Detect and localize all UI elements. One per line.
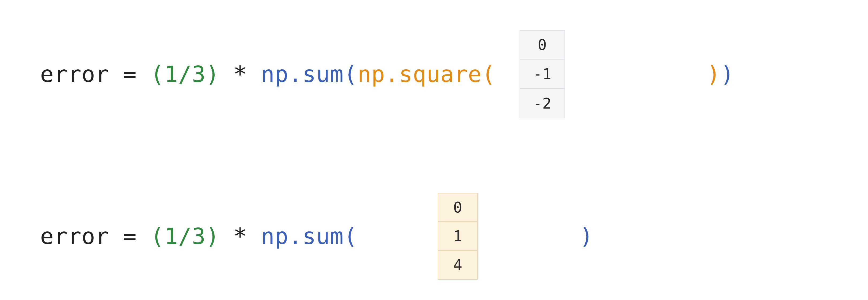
vector-cell: 0	[438, 193, 478, 222]
fraction-num: 1	[164, 61, 178, 87]
vector-cell: -1	[520, 59, 565, 89]
equals-sign: =	[109, 61, 151, 87]
fraction-slash: /	[178, 223, 192, 249]
vector-cell: 0	[520, 30, 565, 59]
vector-cell: -2	[520, 89, 565, 118]
np-sum-call: np.sum	[261, 61, 344, 87]
input-vector-grey: 0 -1 -2	[520, 30, 565, 118]
np-sum-close: )	[720, 61, 735, 87]
equals-sign: =	[109, 223, 151, 249]
np-square-open: (	[482, 61, 496, 87]
np-sum-call: np.sum	[261, 223, 344, 249]
vector-cell: 4	[438, 251, 478, 280]
fraction-den: 3	[192, 61, 206, 87]
lhs-variable: error	[40, 61, 109, 87]
np-square-call: np.square	[358, 61, 482, 87]
paren-close: )	[206, 223, 220, 249]
fraction-slash: /	[178, 61, 192, 87]
np-sum-open: (	[344, 223, 358, 249]
np-sum-open: (	[344, 61, 358, 87]
multiply-op: *	[219, 223, 261, 249]
lhs-variable: error	[40, 223, 109, 249]
paren-open: (	[151, 223, 164, 249]
code-line-2: error = ( 1 / 3 ) * np.sum ( 0 1 4 )	[40, 193, 593, 280]
multiply-op: *	[219, 61, 261, 87]
paren-open: (	[151, 61, 164, 87]
result-vector-cream: 0 1 4	[438, 193, 478, 280]
vector-cell: 1	[438, 222, 478, 251]
fraction-den: 3	[192, 223, 206, 249]
diagram-canvas: error = ( 1 / 3 ) * np.sum ( np.square (…	[0, 0, 868, 300]
np-square-close: )	[707, 61, 720, 87]
code-line-1: error = ( 1 / 3 ) * np.sum ( np.square (…	[40, 30, 735, 118]
fraction-num: 1	[164, 223, 178, 249]
np-sum-close: )	[580, 223, 593, 249]
paren-close: )	[206, 61, 220, 87]
